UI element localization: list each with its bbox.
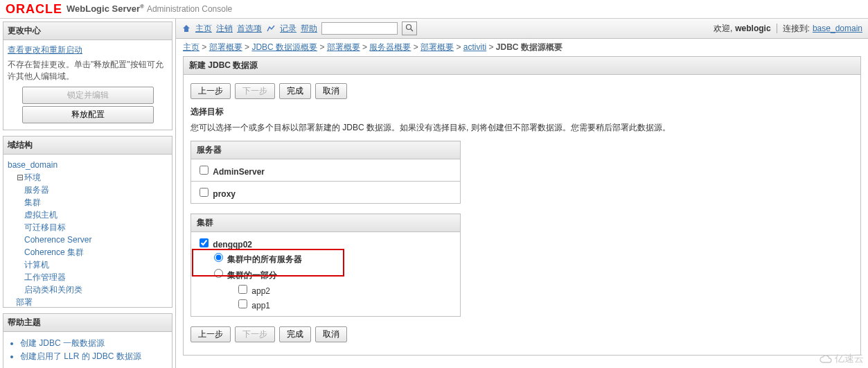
welcome-label: 欢迎, — [714, 23, 732, 35]
section-heading: 选择目标 — [191, 106, 853, 118]
cluster-radio-part[interactable] — [214, 269, 223, 278]
tree-root[interactable]: base_domain — [8, 160, 57, 170]
section-desc: 您可以选择一个或多个目标以部署新建的 JDBC 数据源。如果没有选择目标, 则将… — [191, 122, 853, 134]
tree-env-item-8[interactable]: 启动类和关闭类 — [24, 285, 82, 295]
lock-edit-button: 锁定并编辑 — [22, 87, 154, 104]
tree-env-item-2[interactable]: 虚拟主机 — [24, 210, 57, 220]
domain-link[interactable]: base_domain — [813, 24, 862, 33]
top-header: ORACLE WebLogic Server® Administration C… — [0, 0, 868, 19]
oracle-logo: ORACLE — [6, 2, 62, 17]
breadcrumb: 主页 > 部署概要 > JDBC 数据源概要 > 部署概要 > 服务器概要 > … — [176, 39, 868, 56]
view-changes-link[interactable]: 查看更改和重新启动 — [8, 44, 168, 56]
cluster-radio-all[interactable] — [214, 253, 223, 262]
tree-env-item-1[interactable]: 集群 — [24, 198, 41, 207]
content-title: 新建 JDBC 数据源 — [184, 57, 860, 75]
tree-env-item-3[interactable]: 可迁移目标 — [24, 222, 66, 232]
server-checkbox-0[interactable] — [200, 166, 209, 175]
crumb-1[interactable]: 部署概要 — [209, 42, 242, 52]
home-link[interactable]: 主页 — [195, 23, 212, 35]
release-config-button[interactable]: 释放配置 — [22, 106, 154, 123]
prev-button-top[interactable]: 上一步 — [191, 83, 231, 99]
crumb-6[interactable]: activiti — [463, 42, 486, 52]
content-panel: 新建 JDBC 数据源 上一步 下一步 完成 取消 选择目标 您可以选择一个或多… — [183, 56, 861, 356]
record-link[interactable]: 记录 — [280, 23, 296, 35]
next-button-bottom: 下一步 — [235, 326, 275, 342]
cancel-button-bottom[interactable]: 取消 — [315, 326, 347, 342]
tree-env-item-7[interactable]: 工作管理器 — [24, 272, 66, 282]
domain-structure-title: 域结构 — [3, 137, 172, 155]
user-name: weblogic — [735, 24, 770, 33]
product-subtitle: Administration Console — [147, 4, 232, 14]
record-icon — [266, 24, 276, 33]
wizard-buttons-top: 上一步 下一步 完成 取消 — [191, 83, 853, 99]
tree-expander-env[interactable]: ⊟ — [16, 171, 24, 184]
help-topics-title: 帮助主题 — [3, 314, 172, 332]
sidebar: 更改中心 查看更改和重新启动 不存在暂挂更改。单击"释放配置"按钮可允许其他人编… — [0, 19, 175, 368]
prefs-link[interactable]: 首选项 — [237, 23, 262, 35]
clusters-header: 集群 — [191, 214, 461, 232]
app-checkbox-0[interactable] — [238, 285, 247, 294]
app-checkbox-1[interactable] — [238, 299, 247, 308]
help-topic-0[interactable]: 创建 JDBC 一般数据源 — [20, 338, 168, 349]
server-row-0[interactable]: AdminServer — [197, 167, 265, 177]
user-area: 欢迎, weblogic 连接到: base_domain — [714, 23, 862, 35]
crumb-3[interactable]: 部署概要 — [327, 42, 360, 52]
help-topic-1[interactable]: 创建启用了 LLR 的 JDBC 数据源 — [20, 351, 168, 362]
logout-link[interactable]: 注销 — [216, 23, 233, 35]
cluster-opt-all[interactable]: 集群中的所有服务器 — [211, 251, 454, 265]
cluster-app-0[interactable]: app2 — [236, 283, 454, 296]
svg-point-0 — [407, 24, 411, 29]
help-topics-panel: 帮助主题 创建 JDBC 一般数据源 创建启用了 LLR 的 JDBC 数据源 — [3, 313, 172, 368]
wizard-buttons-bottom: 上一步 下一步 完成 取消 — [191, 326, 853, 342]
crumb-current: JDBC 数据源概要 — [496, 42, 563, 52]
crumb-5[interactable]: 部署概要 — [420, 42, 454, 52]
tree-env-item-6[interactable]: 计算机 — [24, 260, 49, 270]
domain-structure-panel: 域结构 base_domain ⊟环境 服务器 集群 虚拟主机 可迁移目标 Co… — [3, 136, 172, 308]
finish-button-bottom[interactable]: 完成 — [279, 326, 311, 342]
prev-button-bottom[interactable]: 上一步 — [191, 326, 231, 342]
help-link[interactable]: 帮助 — [301, 23, 317, 35]
cluster-row[interactable]: dengqp02 — [197, 240, 252, 249]
cluster-opt-part[interactable]: 集群的一部分 — [211, 267, 454, 281]
tree-env-item-0[interactable]: 服务器 — [24, 185, 49, 195]
cancel-button-top[interactable]: 取消 — [315, 83, 347, 99]
next-button-top: 下一步 — [235, 83, 275, 99]
crumb-4[interactable]: 服务器概要 — [369, 42, 411, 52]
change-center-title: 更改中心 — [3, 22, 172, 40]
servers-header: 服务器 — [191, 141, 461, 159]
search-button[interactable] — [402, 21, 417, 35]
connected-label: 连接到: — [783, 23, 810, 35]
domain-tree[interactable]: base_domain ⊟环境 服务器 集群 虚拟主机 可迁移目标 Cohere… — [3, 155, 172, 307]
cluster-app-1[interactable]: app1 — [236, 297, 454, 310]
tree-env-item-4[interactable]: Coherence Server — [24, 235, 91, 245]
crumb-0[interactable]: 主页 — [183, 42, 200, 52]
main-content: 主页 注销 首选项 记录 帮助 欢迎, weblogic 连接到: base_d… — [175, 19, 868, 368]
servers-table: 服务器 AdminServer proxy — [191, 141, 461, 204]
svg-line-1 — [411, 29, 413, 31]
clusters-table: 集群 dengqp02 集群中的所有服务器 集群的一部分 app2 app1 — [191, 213, 461, 317]
change-center-panel: 更改中心 查看更改和重新启动 不存在暂挂更改。单击"释放配置"按钮可允许其他人编… — [3, 21, 172, 130]
server-checkbox-1[interactable] — [200, 188, 209, 197]
tree-env-item-5[interactable]: Coherence 集群 — [24, 247, 84, 257]
search-input[interactable] — [321, 22, 398, 35]
tree-deployments[interactable]: 部署 — [16, 297, 33, 307]
menubar: 主页 注销 首选项 记录 帮助 欢迎, weblogic 连接到: base_d… — [176, 19, 868, 39]
tree-env[interactable]: 环境 — [24, 173, 41, 182]
home-icon — [181, 24, 191, 33]
search-icon — [405, 24, 414, 34]
crumb-2[interactable]: JDBC 数据源概要 — [251, 42, 317, 52]
change-center-desc: 不存在暂挂更改。单击"释放配置"按钮可允许其他人编辑域。 — [8, 59, 168, 82]
finish-button-top[interactable]: 完成 — [279, 83, 311, 99]
product-name: WebLogic Server® — [67, 3, 144, 14]
cluster-checkbox[interactable] — [200, 238, 209, 247]
server-row-1[interactable]: proxy — [197, 189, 236, 199]
